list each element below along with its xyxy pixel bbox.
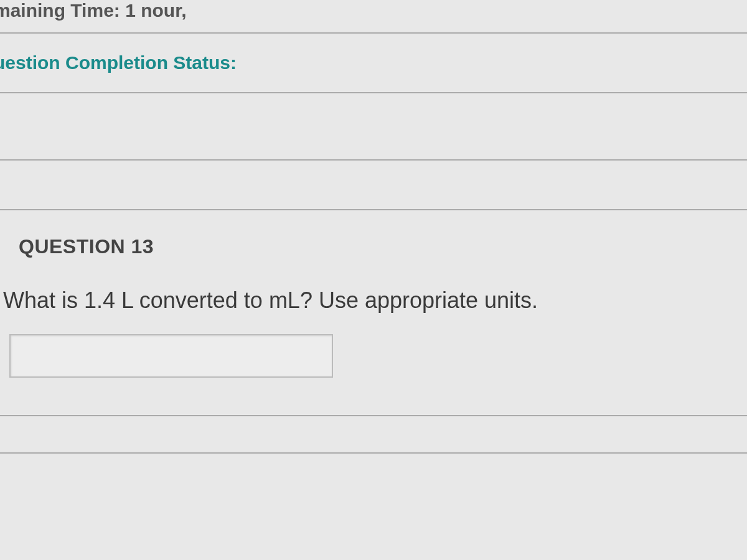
question-block: QUESTION 13 What is 1.4 L converted to m…: [0, 210, 747, 416]
question-number: QUESTION 13: [19, 235, 735, 258]
spacer-row: [0, 161, 747, 210]
answer-input[interactable]: [9, 334, 333, 378]
completion-status-label: uestion Completion Status:: [0, 34, 747, 92]
page-container: maining Time: 1 nour, uestion Completion…: [0, 0, 747, 560]
question-text: What is 1.4 L converted to mL? Use appro…: [3, 286, 735, 315]
status-bar-area: [0, 92, 747, 161]
remaining-time-label: maining Time: 1 nour,: [0, 0, 747, 32]
bottom-spacer: [0, 416, 747, 454]
